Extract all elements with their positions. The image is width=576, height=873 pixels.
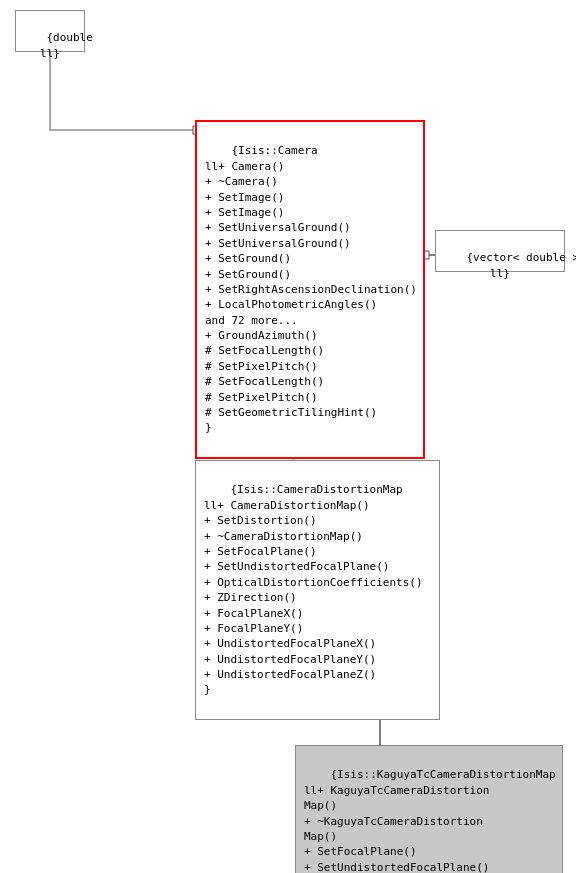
isis-camera-distortion-map-box: {Isis::CameraDistortionMap ll+ CameraDis… bbox=[195, 460, 440, 720]
diagram-container: {double ll} {vector< double > ll} {Isis:… bbox=[0, 0, 576, 873]
isis-camera-box: {Isis::Camera ll+ Camera() + ~Camera() +… bbox=[195, 120, 425, 459]
vector-double-label: {vector< double > ll} bbox=[467, 251, 577, 279]
isis-camera-content: {Isis::Camera ll+ Camera() + ~Camera() +… bbox=[205, 144, 417, 434]
double-ll-label: {double ll} bbox=[40, 31, 93, 59]
double-ll-box: {double ll} bbox=[15, 10, 85, 52]
vector-double-box: {vector< double > ll} bbox=[435, 230, 565, 272]
kaguya-tc-distortion-map-content: {Isis::KaguyaTcCameraDistortionMap ll+ K… bbox=[304, 768, 556, 873]
kaguya-tc-distortion-map-box: {Isis::KaguyaTcCameraDistortionMap ll+ K… bbox=[295, 745, 563, 873]
isis-camera-distortion-map-content: {Isis::CameraDistortionMap ll+ CameraDis… bbox=[204, 483, 423, 696]
